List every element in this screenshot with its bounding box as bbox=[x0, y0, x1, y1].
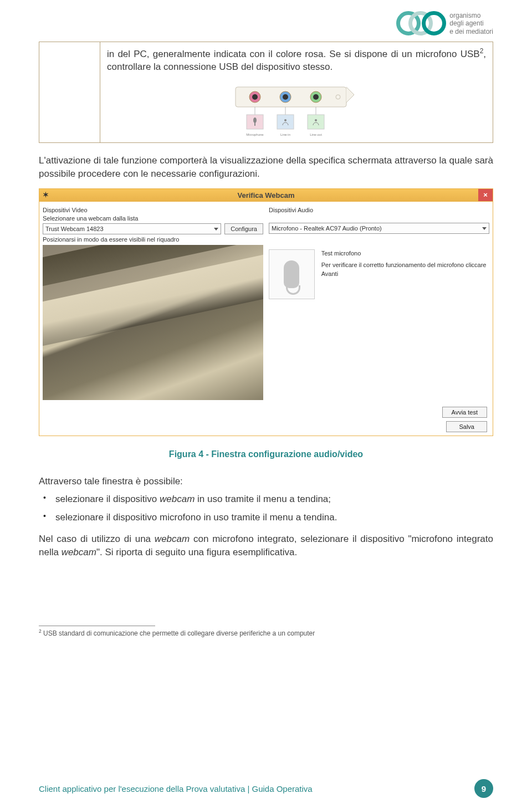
svg-point-16 bbox=[284, 119, 287, 121]
info-table: in del PC, generalmente indicata con il … bbox=[39, 42, 493, 143]
audio-devices-heading: Dispositivi Audio bbox=[269, 207, 489, 213]
webcam-select-label: Selezionare una webcam dalla lista bbox=[43, 215, 263, 222]
bug-icon: ✶ bbox=[43, 191, 49, 199]
list-intro: Attraverso tale finestra è possibile: bbox=[39, 476, 493, 487]
brand-logo: organismo degli agenti e dei mediatori bbox=[396, 11, 493, 36]
paragraph-integrated-mic: Nel caso di utilizzo di una webcam con m… bbox=[39, 532, 493, 559]
webcam-preview bbox=[43, 245, 263, 400]
page-header: organismo degli agenti e dei mediatori bbox=[39, 11, 493, 36]
svg-rect-13 bbox=[308, 115, 324, 129]
svg-point-4 bbox=[283, 94, 288, 100]
table-right-cell: in del PC, generalmente indicata con il … bbox=[100, 42, 493, 143]
video-devices-heading: Dispositivi Video bbox=[43, 207, 263, 213]
microphone-icon bbox=[269, 249, 315, 299]
position-label: Posizionarsi in modo da essere visibili … bbox=[43, 236, 263, 243]
mic-test-text: Test microfono Per verificare il corrett… bbox=[321, 249, 489, 278]
save-button[interactable]: Salva bbox=[446, 421, 487, 432]
close-icon[interactable]: × bbox=[478, 189, 493, 201]
svg-point-6 bbox=[313, 94, 319, 100]
footer-text: Client applicativo per l'esecuzione dell… bbox=[39, 784, 313, 793]
screenshot-verify-webcam: ✶ Verifica Webcam × Dispositivi Video Se… bbox=[39, 188, 493, 436]
list-item: selezionare il dispositivo webcam in uso… bbox=[55, 491, 493, 506]
paragraph-activation: L'attivazione di tale funzione comporter… bbox=[39, 154, 493, 181]
svg-text:Line-out: Line-out bbox=[310, 133, 322, 136]
capabilities-list: selezionare il dispositivo webcam in uso… bbox=[39, 491, 493, 525]
footnote: 2 USB standard di comunicazione che perm… bbox=[39, 628, 493, 637]
start-test-button[interactable]: Avvia test bbox=[442, 407, 488, 418]
figure-caption: Figura 4 - Finestra configurazione audio… bbox=[39, 449, 493, 459]
audio-ports-diagram-icon: Microphone Line-in Line-out bbox=[230, 83, 363, 138]
logo-mark-icon bbox=[396, 11, 446, 36]
screenshot-titlebar: ✶ Verifica Webcam × bbox=[39, 189, 493, 202]
microphone-select[interactable]: Microfono - Realtek AC97 Audio (Pronto) bbox=[269, 223, 489, 234]
footnote-separator bbox=[39, 626, 155, 626]
svg-text:Microphone: Microphone bbox=[246, 133, 264, 136]
logo-text: organismo degli agenti e dei mediatori bbox=[449, 12, 493, 35]
webcam-select[interactable]: Trust Webcam 14823 bbox=[43, 223, 221, 234]
svg-text:Line-in: Line-in bbox=[280, 133, 290, 136]
svg-point-17 bbox=[315, 119, 317, 121]
svg-point-2 bbox=[252, 94, 258, 100]
svg-rect-15 bbox=[254, 121, 255, 126]
table-left-cell bbox=[39, 42, 100, 143]
page-number-badge: 9 bbox=[474, 779, 493, 798]
page-footer: Client applicativo per l'esecuzione dell… bbox=[39, 779, 493, 798]
svg-rect-12 bbox=[277, 115, 294, 129]
configure-button[interactable]: Configura bbox=[224, 223, 263, 234]
list-item: selezionare il dispositivo microfono in … bbox=[55, 510, 493, 525]
